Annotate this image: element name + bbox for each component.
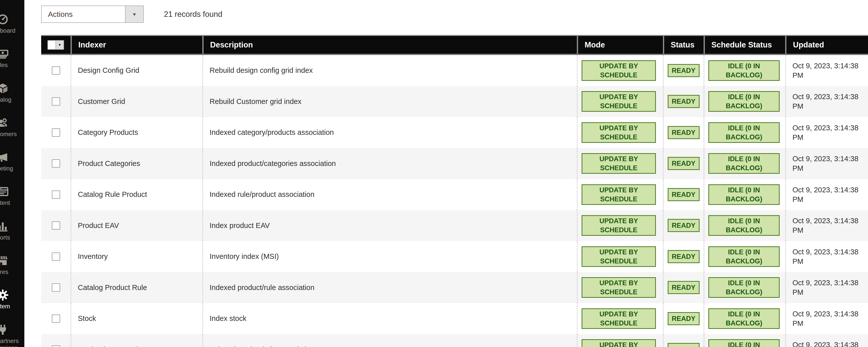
column-header-description[interactable]: Description — [202, 36, 577, 54]
sidebar-item-marketing[interactable]: eting — [0, 146, 24, 180]
sidebar-item-system[interactable]: tem — [0, 283, 24, 318]
schedule-status-cell: IDLE (0 IN BACKLOG) — [704, 86, 785, 117]
mode-cell: UPDATE BY SCHEDULE — [577, 210, 663, 241]
sidebar-item-content[interactable]: tent — [0, 180, 24, 214]
sidebar-item-label: artners nsions — [0, 338, 19, 347]
schedule-status-cell: IDLE (0 IN BACKLOG) — [704, 179, 785, 210]
mode-badge: UPDATE BY SCHEDULE — [582, 91, 656, 112]
table-row: Customer GridRebuild Customer grid index… — [41, 86, 868, 117]
status-badge: READY — [668, 250, 700, 263]
sidebar-item-catalog[interactable]: alog — [0, 76, 24, 111]
updated-cell: Oct 9, 2023, 3:14:38 PM — [785, 334, 868, 347]
schedule-status-badge: IDLE (0 IN BACKLOG) — [708, 122, 780, 143]
indexer-description: Rebuild Customer grid index — [210, 97, 302, 106]
mode-cell: UPDATE BY SCHEDULE — [577, 334, 663, 347]
row-checkbox[interactable] — [52, 66, 60, 75]
row-select-cell — [41, 210, 70, 241]
indexer-name: Catalog Product Rule — [78, 283, 147, 292]
row-select-cell — [41, 86, 70, 117]
mode-badge: UPDATE BY SCHEDULE — [582, 122, 656, 143]
row-checkbox[interactable] — [52, 221, 60, 230]
table-row: Catalog Product RuleIndexed product/rule… — [41, 272, 868, 303]
mode-badge: UPDATE BY SCHEDULE — [582, 339, 656, 347]
updated-timestamp: Oct 9, 2023, 3:14:38 PM — [793, 61, 868, 80]
indexer-name-cell: Customer Grid — [70, 86, 202, 117]
chevron-down-icon: ▼ — [58, 43, 62, 46]
schedule-status-cell: IDLE (0 IN BACKLOG) — [704, 241, 785, 272]
actions-dropdown[interactable]: Actions ▼ — [41, 5, 144, 23]
row-checkbox[interactable] — [52, 283, 60, 292]
status-cell: READY — [663, 241, 704, 272]
row-checkbox[interactable] — [52, 159, 60, 168]
indexer-name: Product EAV — [78, 221, 119, 230]
row-select-cell — [41, 179, 70, 210]
mode-cell: UPDATE BY SCHEDULE — [577, 303, 663, 334]
actions-dropdown-button[interactable]: ▼ — [125, 6, 143, 22]
schedule-status-badge: IDLE (0 IN BACKLOG) — [708, 153, 780, 174]
sidebar-item-reports[interactable]: orts — [0, 214, 24, 249]
updated-timestamp: Oct 9, 2023, 3:14:38 PM — [793, 309, 868, 328]
partners-icon — [0, 323, 9, 336]
status-cell: READY — [663, 334, 704, 347]
indexer-grid: ▼ Indexer Description Mode Status Schedu… — [41, 35, 868, 347]
select-all-dropdown[interactable]: ▼ — [56, 40, 64, 50]
indexer-name: Product/Target Rule — [78, 346, 142, 347]
sidebar-item-dashboard[interactable]: board — [0, 7, 24, 42]
schedule-status-cell: IDLE (0 IN BACKLOG) — [704, 334, 785, 347]
indexer-description: Indexed category/products association — [210, 128, 334, 136]
index-management-page: boardlesalogomersetingtentortsrestemartn… — [0, 0, 868, 347]
table-row: Design Config GridRebuild design config … — [41, 55, 868, 86]
chevron-down-icon: ▼ — [132, 12, 137, 17]
row-checkbox[interactable] — [52, 314, 60, 323]
updated-timestamp: Oct 9, 2023, 3:14:38 PM — [793, 154, 868, 173]
mode-cell: UPDATE BY SCHEDULE — [577, 148, 663, 179]
sidebar-item-customers[interactable]: omers — [0, 111, 24, 146]
sidebar-item-sales[interactable]: les — [0, 42, 24, 76]
sidebar-item-stores[interactable]: res — [0, 249, 24, 283]
select-all-checkbox[interactable] — [48, 40, 56, 50]
row-checkbox[interactable] — [52, 128, 60, 137]
mode-cell: UPDATE BY SCHEDULE — [577, 241, 663, 272]
stores-icon — [0, 254, 9, 267]
reports-icon — [0, 220, 9, 232]
schedule-status-badge: IDLE (0 IN BACKLOG) — [708, 91, 780, 112]
schedule-status-badge: IDLE (0 IN BACKLOG) — [708, 184, 780, 205]
updated-timestamp: Oct 9, 2023, 3:14:38 PM — [793, 216, 868, 235]
sidebar-item-label: alog — [0, 96, 11, 103]
indexer-name: Inventory — [78, 252, 108, 261]
catalog-icon — [0, 82, 9, 95]
column-header-schedule-status[interactable]: Schedule Status — [704, 36, 785, 54]
status-badge: READY — [668, 219, 700, 232]
status-badge: READY — [668, 312, 700, 325]
schedule-status-badge: IDLE (0 IN BACKLOG) — [708, 339, 780, 347]
row-checkbox[interactable] — [52, 190, 60, 199]
mode-badge: UPDATE BY SCHEDULE — [582, 308, 656, 329]
indexer-description: Indexed product/rule association — [210, 346, 314, 347]
column-header-indexer[interactable]: Indexer — [70, 36, 202, 54]
status-badge: READY — [668, 343, 700, 347]
column-header-mode[interactable]: Mode — [577, 36, 663, 54]
sidebar-item-label: tem — [0, 303, 10, 310]
indexer-description-cell: Indexed product/categories association — [202, 148, 577, 179]
select-all-control: ▼ — [48, 40, 64, 50]
updated-timestamp: Oct 9, 2023, 3:14:38 PM — [793, 185, 868, 204]
updated-cell: Oct 9, 2023, 3:14:38 PM — [785, 55, 868, 86]
table-row: InventoryInventory index (MSI)UPDATE BY … — [41, 241, 868, 272]
indexer-name: Design Config Grid — [78, 66, 139, 74]
updated-cell: Oct 9, 2023, 3:14:38 PM — [785, 179, 868, 210]
indexer-description-cell: Indexed product/rule association — [202, 334, 577, 347]
mode-cell: UPDATE BY SCHEDULE — [577, 55, 663, 86]
column-header-updated[interactable]: Updated — [785, 36, 868, 54]
schedule-status-cell: IDLE (0 IN BACKLOG) — [704, 272, 785, 303]
column-header-status[interactable]: Status — [663, 36, 704, 54]
status-cell: READY — [663, 86, 704, 117]
updated-cell: Oct 9, 2023, 3:14:38 PM — [785, 303, 868, 334]
row-checkbox[interactable] — [52, 345, 60, 347]
indexer-description: Inventory index (MSI) — [210, 252, 279, 261]
row-checkbox[interactable] — [52, 97, 60, 106]
sidebar-item-partners-extensions[interactable]: artners nsions — [0, 318, 24, 347]
updated-timestamp: Oct 9, 2023, 3:14:38 PM — [793, 92, 868, 111]
status-cell: READY — [663, 303, 704, 334]
row-checkbox[interactable] — [52, 252, 60, 261]
table-row: Product CategoriesIndexed product/catego… — [41, 148, 868, 179]
